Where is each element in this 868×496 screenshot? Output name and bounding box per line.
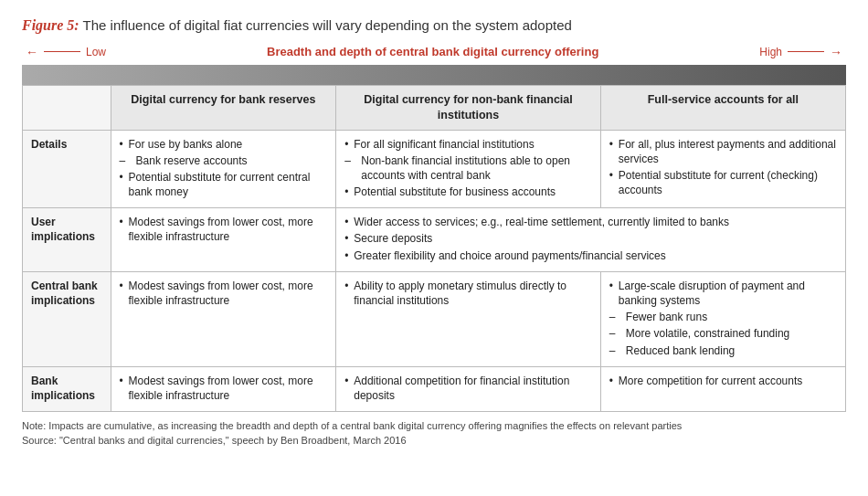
list-item: Potential substitute for current (checki…	[609, 168, 837, 197]
scale-center-label: Breadth and depth of central bank digita…	[106, 45, 759, 58]
list-item: Potential substitute for current central…	[120, 170, 328, 199]
high-section: High	[759, 45, 842, 59]
high-label: High	[759, 46, 782, 58]
col-header-nonbank: Digital currency for non-bank financial …	[336, 85, 601, 130]
arrow-line-left	[44, 51, 80, 52]
table-row: Central bank implicationsModest savings …	[23, 271, 846, 366]
table-cell-r0-c0: For use by banks aloneBank reserve accou…	[111, 130, 336, 208]
table-cell-r2-c2: Large-scale disruption of payment and ba…	[600, 271, 845, 366]
table-row: User implicationsModest savings from low…	[23, 208, 846, 272]
table-cell-r2-c1: Ability to apply monetary stimulus direc…	[336, 271, 601, 366]
arrow-right-icon	[830, 45, 842, 59]
source-text: Source: "Central banks and digital curre…	[22, 434, 846, 448]
row-header-0: Details	[23, 130, 111, 208]
list-item: Reduced bank lending	[609, 343, 837, 358]
col-header-bank: Digital currency for bank reserves	[111, 85, 336, 130]
list-item: Secure deposits	[344, 231, 837, 246]
list-item: Modest savings from lower cost, more fle…	[120, 215, 328, 244]
table-cell-r3-c2: More competition for current accounts	[600, 366, 845, 411]
list-item: Non-bank financial institutions able to …	[344, 153, 592, 183]
list-item: For use by banks alone	[120, 137, 328, 152]
table-cell-r0-c1: For all significant financial institutio…	[336, 130, 601, 208]
list-item: Modest savings from lower cost, more fle…	[120, 374, 328, 403]
gradient-bar	[22, 65, 846, 85]
list-item: Fewer bank runs	[609, 310, 837, 324]
col-header-full: Full-service accounts for all	[600, 85, 845, 130]
table-row: Bank implicationsModest savings from low…	[23, 366, 846, 411]
row-header-1: User implications	[23, 208, 111, 272]
note-section: Note: Impacts are cumulative, as increas…	[22, 419, 846, 448]
list-item: Ability to apply monetary stimulus direc…	[344, 279, 592, 308]
list-item: Modest savings from lower cost, more fle…	[120, 279, 328, 308]
list-item: Potential substitute for business accoun…	[344, 185, 592, 199]
low-section: Low	[26, 45, 106, 59]
list-item: Additional competition for financial ins…	[344, 374, 592, 403]
table-row: DetailsFor use by banks aloneBank reserv…	[23, 130, 846, 208]
table-cell-r0-c2: For all, plus interest payments and addi…	[600, 130, 845, 208]
table-cell-r2-c0: Modest savings from lower cost, more fle…	[111, 271, 336, 366]
scale-bar: Low Breadth and depth of central bank di…	[22, 45, 846, 59]
list-item: More volatile, constrained funding	[609, 326, 837, 341]
note-text: Note: Impacts are cumulative, as increas…	[22, 419, 846, 433]
table-cell-r3-c0: Modest savings from lower cost, more fle…	[111, 366, 336, 411]
list-item: More competition for current accounts	[609, 374, 837, 388]
list-item: Bank reserve accounts	[120, 153, 328, 168]
figure-label: Figure 5:	[22, 17, 79, 33]
row-header-3: Bank implications	[23, 366, 111, 411]
table-cell-r1-c0: Modest savings from lower cost, more fle…	[111, 208, 336, 272]
table-header-row: Digital currency for bank reserves Digit…	[23, 85, 846, 130]
figure-title-text: The influence of digital fiat currencies…	[79, 17, 572, 33]
low-label: Low	[86, 46, 106, 58]
list-item: For all, plus interest payments and addi…	[609, 137, 837, 166]
table-cell-r1-c1: Wider access to services; e.g., real-tim…	[336, 208, 846, 272]
list-item: Large-scale disruption of payment and ba…	[609, 279, 837, 308]
list-item: Wider access to services; e.g., real-tim…	[344, 215, 837, 229]
col-header-empty	[23, 85, 111, 130]
row-header-2: Central bank implications	[23, 271, 111, 366]
main-table: Digital currency for bank reserves Digit…	[22, 85, 846, 412]
figure-title: Figure 5: The influence of digital fiat …	[22, 16, 846, 36]
table-cell-r3-c1: Additional competition for financial ins…	[336, 366, 601, 411]
list-item: For all significant financial institutio…	[344, 137, 592, 152]
list-item: Greater flexibility and choice around pa…	[344, 248, 837, 263]
arrow-line-right	[788, 51, 824, 52]
arrow-left-icon	[26, 45, 38, 59]
